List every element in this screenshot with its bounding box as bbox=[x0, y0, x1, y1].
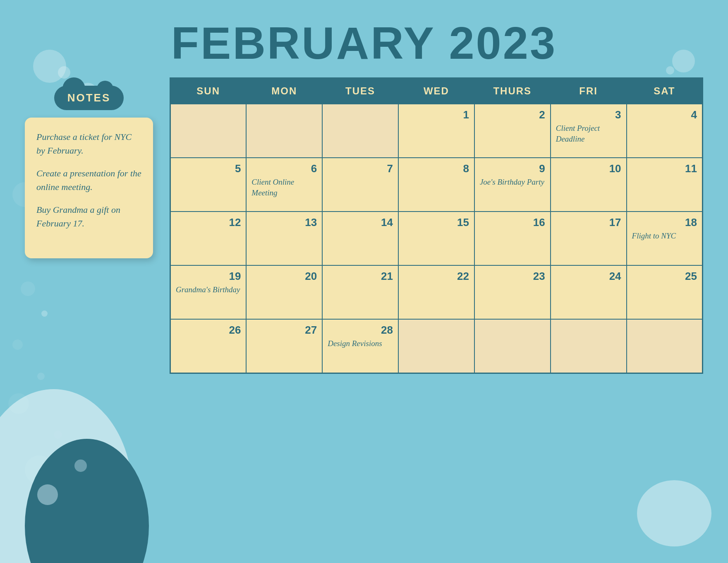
table-row bbox=[627, 319, 703, 373]
header-sun: SUN bbox=[170, 78, 247, 104]
table-row: 2 bbox=[474, 104, 551, 158]
note-item-2: Create a presentation for the online mee… bbox=[36, 166, 141, 194]
table-row: 11 bbox=[627, 158, 703, 212]
notes-cloud: NOTES bbox=[54, 86, 124, 110]
day-number: 17 bbox=[556, 216, 621, 229]
table-row: 10 bbox=[551, 158, 627, 212]
table-row: 26 bbox=[170, 319, 247, 373]
table-row: 7 bbox=[322, 158, 398, 212]
day-number: 23 bbox=[480, 270, 545, 283]
calendar-header-row: SUN MON TUES WED THURS FRI SAT bbox=[170, 78, 703, 104]
day-number: 28 bbox=[328, 324, 393, 337]
calendar-table: SUN MON TUES WED THURS FRI SAT 123Client… bbox=[170, 77, 703, 374]
day-number: 11 bbox=[632, 162, 697, 175]
table-row: 20 bbox=[246, 265, 322, 319]
table-row bbox=[246, 104, 322, 158]
notes-label: NOTES bbox=[67, 91, 111, 104]
note-item-3: Buy Grandma a gift on February 17. bbox=[36, 203, 141, 230]
table-row: 19Grandma's Birthday bbox=[170, 265, 247, 319]
calendar-week-4: 19Grandma's Birthday202122232425 bbox=[170, 265, 703, 319]
calendar-week-5: 262728Design Revisions bbox=[170, 319, 703, 373]
table-row: 18Flight to NYC bbox=[627, 212, 703, 265]
table-row: 3Client Project Deadline bbox=[551, 104, 627, 158]
table-row: 12 bbox=[170, 212, 247, 265]
table-row: 15 bbox=[398, 212, 474, 265]
table-row: 25 bbox=[627, 265, 703, 319]
day-number: 6 bbox=[251, 162, 317, 175]
table-row: 28Design Revisions bbox=[322, 319, 398, 373]
day-number: 15 bbox=[404, 216, 469, 229]
day-number: 19 bbox=[176, 270, 241, 283]
header-fri: FRI bbox=[551, 78, 627, 104]
day-number: 13 bbox=[251, 216, 317, 229]
table-row bbox=[551, 319, 627, 373]
table-row: 6Client Online Meeting bbox=[246, 158, 322, 212]
day-number: 24 bbox=[556, 270, 621, 283]
header-sat: SAT bbox=[627, 78, 703, 104]
table-row: 16 bbox=[474, 212, 551, 265]
day-number: 5 bbox=[176, 162, 241, 175]
table-row: 1 bbox=[398, 104, 474, 158]
calendar-week-2: 56Client Online Meeting789Joe's Birthday… bbox=[170, 158, 703, 212]
table-row: 21 bbox=[322, 265, 398, 319]
day-number: 3 bbox=[556, 108, 621, 121]
header-tues: TUES bbox=[322, 78, 398, 104]
day-event: Flight to NYC bbox=[632, 231, 697, 241]
header-thurs: THURS bbox=[474, 78, 551, 104]
day-number: 10 bbox=[556, 162, 621, 175]
day-number: 22 bbox=[404, 270, 469, 283]
table-row bbox=[398, 319, 474, 373]
day-number: 4 bbox=[632, 108, 697, 121]
table-row: 4 bbox=[627, 104, 703, 158]
day-number: 9 bbox=[480, 162, 545, 175]
day-event: Design Revisions bbox=[328, 338, 393, 349]
day-event: Grandma's Birthday bbox=[176, 284, 241, 295]
day-event: Client Online Meeting bbox=[251, 177, 317, 198]
day-number: 2 bbox=[480, 108, 545, 121]
page-title: FEBRUARY 2023 bbox=[0, 0, 728, 69]
table-row: 14 bbox=[322, 212, 398, 265]
notes-card: Purchase a ticket for NYC by February. C… bbox=[25, 118, 153, 258]
day-event: Joe's Birthday Party bbox=[480, 177, 545, 188]
table-row bbox=[322, 104, 398, 158]
day-number: 7 bbox=[328, 162, 393, 175]
day-number: 1 bbox=[404, 108, 469, 121]
table-row bbox=[474, 319, 551, 373]
calendar-week-3: 12131415161718Flight to NYC bbox=[170, 212, 703, 265]
day-number: 18 bbox=[632, 216, 697, 229]
notes-section: NOTES Purchase a ticket for NYC by Febru… bbox=[25, 86, 153, 374]
day-number: 14 bbox=[328, 216, 393, 229]
day-number: 26 bbox=[176, 324, 241, 337]
table-row: 5 bbox=[170, 158, 247, 212]
table-row: 8 bbox=[398, 158, 474, 212]
header-wed: WED bbox=[398, 78, 474, 104]
day-number: 16 bbox=[480, 216, 545, 229]
day-number: 21 bbox=[328, 270, 393, 283]
day-number: 27 bbox=[251, 324, 317, 337]
day-event: Client Project Deadline bbox=[556, 123, 621, 144]
table-row: 17 bbox=[551, 212, 627, 265]
day-number: 20 bbox=[251, 270, 317, 283]
table-row: 24 bbox=[551, 265, 627, 319]
table-row: 22 bbox=[398, 265, 474, 319]
day-number: 12 bbox=[176, 216, 241, 229]
header-mon: MON bbox=[246, 78, 322, 104]
day-number: 25 bbox=[632, 270, 697, 283]
table-row: 27 bbox=[246, 319, 322, 373]
day-number: 8 bbox=[404, 162, 469, 175]
note-item-1: Purchase a ticket for NYC by February. bbox=[36, 130, 141, 157]
table-row: 23 bbox=[474, 265, 551, 319]
table-row: 13 bbox=[246, 212, 322, 265]
calendar-section: SUN MON TUES WED THURS FRI SAT 123Client… bbox=[170, 77, 703, 374]
table-row: 9Joe's Birthday Party bbox=[474, 158, 551, 212]
table-row bbox=[170, 104, 247, 158]
calendar-week-1: 123Client Project Deadline4 bbox=[170, 104, 703, 158]
